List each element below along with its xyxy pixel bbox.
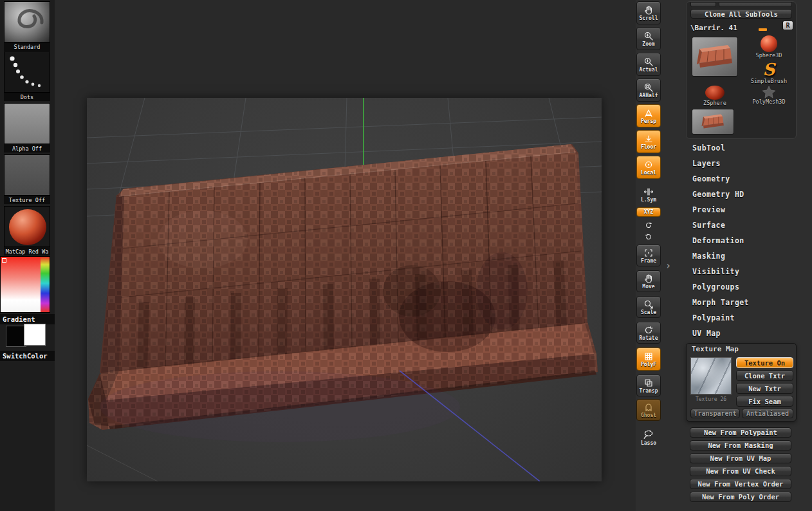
fix-seam-button[interactable]: Fix Seam [736,396,793,407]
alpha-selector[interactable]: Alpha Off [4,103,50,153]
lasso-button[interactable]: Lasso [636,425,661,449]
dots-stroke-icon [4,51,50,93]
floor-button[interactable]: Floor [636,130,661,153]
secondary-color-swatch[interactable] [24,324,46,346]
uv-map-label: UV Map [692,329,721,338]
polyframe-button[interactable]: PolyF [636,348,661,371]
new-from-uv-map-label: New From UV Map [710,454,771,462]
rotate-ccw-icon[interactable] [642,220,655,230]
new-from-uv-check-button[interactable]: New From UV Check [690,466,791,476]
switchcolor-label[interactable]: SwitchColor [0,351,55,361]
r-label: R [786,22,789,29]
cropped-button[interactable] [719,2,792,7]
color-picker[interactable] [0,256,50,313]
texture-map-title[interactable]: Texture Map [692,345,739,353]
persp-button[interactable]: Persp [636,104,661,127]
stroke-label: Dots [4,93,50,101]
subpalette-masking[interactable]: Masking [686,248,797,264]
fix-seam-label: Fix Seam [748,398,781,405]
polymesh3d-icon [762,86,776,98]
actual-button[interactable]: Actual [636,53,661,76]
ghost-button[interactable]: Ghost [636,399,661,421]
polygroups-label: Polygroups [692,283,739,292]
new-from-poly-order-label: New From Poly Order [702,493,779,501]
barrier-model[interactable] [87,136,602,442]
active-tool-row[interactable]: \Barrir. 41 R [690,21,793,32]
subpalette-layers[interactable]: Layers [686,156,797,171]
rotate-button[interactable]: Rotate [636,322,661,344]
tool-item-sphere3d[interactable]: Sphere3D [746,35,792,59]
rotate-cw-icon[interactable] [642,232,655,242]
subpalette-geometry-hd[interactable]: Geometry HD [686,187,797,202]
color-marker [2,258,6,263]
tool-item-polymesh3d[interactable]: PolyMesh3D [746,86,792,105]
scroll-button[interactable]: Scroll [636,1,661,24]
subpalette-subtool[interactable]: SubTool [686,140,797,156]
viewport-3d[interactable] [87,98,602,481]
deformation-label: Deformation [692,236,744,245]
subpalette-polypaint[interactable]: Polypaint [686,310,797,326]
new-from-masking-button[interactable]: New From Masking [690,440,791,451]
aahalf-button[interactable]: AAHalf [636,79,661,102]
new-from-uv-map-button[interactable]: New From UV Map [690,453,791,463]
current-tool-label: \Barrir [737,69,738,75]
texture-thumbnail[interactable] [690,357,732,395]
alpha-off-icon [4,103,50,144]
transparent-toggle[interactable]: Transparent [690,409,740,418]
material-selector[interactable]: MatCap Red Wa [4,206,50,256]
scroll-label: Scroll [640,16,658,21]
stroke-selector[interactable]: Dots [4,51,50,101]
subpalette-visibility[interactable]: Visibility [686,264,797,279]
zoom-label: Zoom [642,42,654,47]
xyz-button[interactable]: XYZ [636,207,661,217]
subpalette-preview[interactable]: Preview [686,202,797,218]
clone-txtr-button[interactable]: Clone Txtr [736,370,793,381]
transp-button[interactable]: Transp [636,375,661,396]
magnifier-actual-icon [643,57,654,67]
new-from-poly-order-button[interactable]: New From Poly Order [690,492,791,502]
subpalette-geometry[interactable]: Geometry [686,171,797,187]
move-button[interactable]: Move [636,270,661,292]
preview-label: Preview [692,205,725,214]
scale-button[interactable]: Scale [636,296,661,318]
lsym-button[interactable]: L.Sym [636,184,661,205]
polypaint-label: Polypaint [692,313,735,322]
texture-on-button[interactable]: Texture On [736,357,793,368]
color-sv-area[interactable] [1,257,41,312]
hue-strip[interactable] [41,257,50,312]
zoom-button[interactable]: Zoom [636,27,661,50]
tool-item-simplebrush[interactable]: S SimpleBrush [746,61,792,84]
current-tool-thumbnail[interactable]: \Barrir [692,37,738,77]
local-button[interactable]: Local [636,156,661,179]
new-from-vertex-order-button[interactable]: New From Vertex Order [690,479,791,489]
hand-scroll-icon [643,5,654,15]
subpalette-polygroups[interactable]: Polygroups [686,279,797,295]
antialiased-toggle[interactable]: Antialiased [742,409,793,418]
frame-button[interactable]: Frame [636,245,661,266]
transp-label: Transp [640,389,658,394]
subpalette-surface[interactable]: Surface [686,218,797,233]
new-txtr-button[interactable]: New Txtr [736,383,793,394]
tool-palette: Clone All SubTools \Barrir. 41 R \Barrir… [686,1,797,139]
recent-tool-label: \Barrir [734,127,734,133]
clone-all-subtools-button[interactable]: Clone All SubTools [690,9,792,19]
restore-config-button[interactable]: R [782,21,793,30]
subpalette-morph-target[interactable]: Morph Target [686,295,797,310]
subpalette-uv-map[interactable]: UV Map [686,326,797,341]
new-from-polypaint-button[interactable]: New From Polypaint [690,427,791,438]
panel-expand-arrow[interactable]: › [665,260,671,272]
recent-tool-thumbnail[interactable]: \Barrir [692,109,734,135]
tool-slider-tick[interactable] [759,28,767,31]
sphere3d-label: Sphere3D [746,52,792,59]
texture-label: Texture Off [4,196,50,204]
subtool-label: SubTool [692,144,725,153]
layers-label: Layers [692,159,721,168]
texture-selector[interactable]: Texture Off [4,154,50,204]
tool-item-zsphere[interactable]: ZSphere [692,86,738,106]
brush-selector[interactable]: Standard [4,1,50,51]
simplebrush-label: SimpleBrush [746,78,792,84]
cropped-button[interactable] [690,2,716,7]
zbrush-window: Standard Dots Alpha Off Texture Off [0,0,812,511]
subpalette-deformation[interactable]: Deformation [686,233,797,248]
aahalf-label: AAHalf [640,93,658,98]
